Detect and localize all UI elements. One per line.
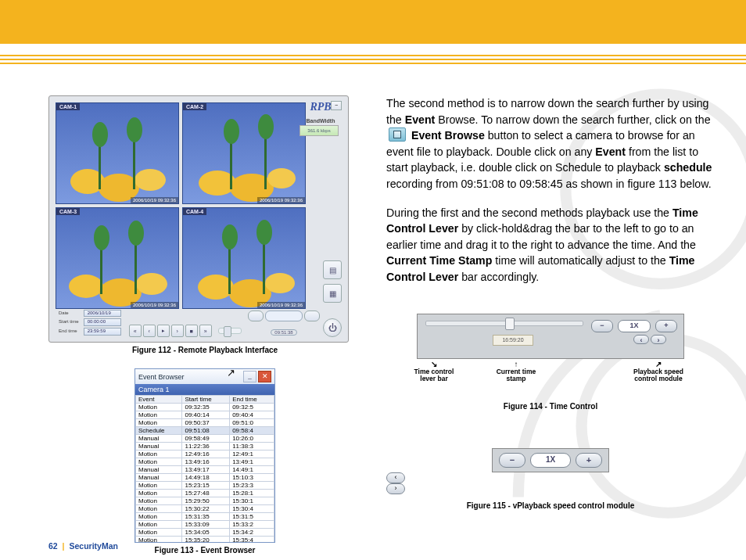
rewind-button[interactable]: « <box>129 325 142 337</box>
svg-point-33 <box>256 220 272 245</box>
table-row[interactable]: Motion15:34:0515:34:2 <box>136 529 274 537</box>
speed-plus[interactable]: + <box>576 453 602 468</box>
table-row[interactable]: Motion13:49:1613:49:1 <box>136 458 274 466</box>
svg-point-5 <box>134 169 166 191</box>
current-time-stamp: 16:59:20 <box>493 335 533 346</box>
speed-minus[interactable]: − <box>591 320 613 332</box>
stop-button[interactable]: ■ <box>185 325 198 337</box>
time-knob[interactable] <box>505 318 515 330</box>
prev-button[interactable]: ‹ <box>143 325 156 337</box>
time-slider[interactable] <box>218 328 242 334</box>
figure-114: 16:59:20 − 1X + ‹› ↘Time control lever b… <box>386 314 715 413</box>
page-footer: 62 | SecurityMan <box>48 541 118 551</box>
table-row[interactable]: Manual09:58:4910:26:0 <box>136 435 274 443</box>
speed-minus[interactable] <box>248 311 264 321</box>
svg-point-32 <box>222 224 238 249</box>
svg-point-17 <box>258 114 274 139</box>
table-row[interactable]: Motion15:31:3515:31:5 <box>136 513 274 521</box>
table-row[interactable]: Motion15:23:1515:23:3 <box>136 482 274 490</box>
time-track[interactable] <box>425 321 583 326</box>
svg-point-13 <box>267 168 296 188</box>
camera-dropdown[interactable]: Camera 1 <box>135 384 274 395</box>
table-row[interactable]: Schedule09:51:0809:58:4 <box>136 427 274 435</box>
svg-point-21 <box>136 273 167 295</box>
speed-plus[interactable] <box>304 311 320 321</box>
frame-prev[interactable]: ‹ <box>633 335 649 344</box>
ffwd-button[interactable]: » <box>199 325 212 337</box>
frame-next[interactable]: › <box>386 483 405 494</box>
figure-115-caption: Figure 115 - vPlayback speed control mod… <box>386 501 715 512</box>
next-button[interactable]: › <box>171 325 184 337</box>
svg-point-8 <box>92 122 108 147</box>
table-row[interactable]: Motion15:30:2215:30:4 <box>136 505 274 513</box>
table-row[interactable]: Manual13:49:1714:49:1 <box>136 466 274 474</box>
speed-plus[interactable]: + <box>655 320 677 332</box>
frame-next[interactable]: › <box>651 335 666 344</box>
table-row[interactable]: Motion15:35:2015:35:4 <box>136 537 274 543</box>
event-browse-button[interactable]: ▤ <box>323 260 342 279</box>
speed-minus[interactable]: − <box>499 453 525 468</box>
table-row[interactable]: Motion09:40:1409:40:4 <box>136 411 274 419</box>
figure-112-panel: CAM-12006/10/19 09:32:36 CAM-22006/10/19… <box>48 95 349 343</box>
minimize-icon[interactable]: _ <box>243 371 256 382</box>
event-browser-window: Event Browser _ ✕ Camera 1 EventStart ti… <box>134 368 275 543</box>
cam-tile: CAM-22006/10/19 09:32:36 <box>182 102 306 204</box>
figure-114-caption: Figure 114 - Time Control <box>386 401 715 413</box>
body-paragraph: The second method is to narrow down the … <box>386 95 715 192</box>
minimize-icon[interactable]: − <box>331 101 342 110</box>
play-button[interactable]: ▸ <box>157 325 170 337</box>
table-row[interactable]: Motion15:33:0915:33:2 <box>136 521 274 529</box>
svg-point-9 <box>127 117 142 142</box>
table-row[interactable]: Motion12:49:1612:49:1 <box>136 451 274 458</box>
window-title: Event Browser <box>138 373 242 381</box>
cam-tile: CAM-32006/10/19 09:32:36 <box>56 207 179 309</box>
cam-tile: CAM-42006/10/19 09:32:36 <box>182 207 306 309</box>
event-table: EventStart timeEnd time Motion09:32:3509… <box>135 395 274 542</box>
speed-readout <box>265 311 303 321</box>
svg-point-29 <box>265 273 295 293</box>
table-row[interactable]: Motion15:27:4815:28:1 <box>136 490 274 497</box>
table-row[interactable]: Motion09:32:3509:32:5 <box>136 404 274 411</box>
cam-tile: CAM-12006/10/19 09:32:36 <box>56 102 179 204</box>
figure-115: − 1X + ‹› Figure 115 - vPlayback speed c… <box>386 448 715 512</box>
date-range: Date2006/10/19Start time00:00:00End time… <box>56 308 124 337</box>
event-browse-icon <box>389 127 406 142</box>
svg-point-24 <box>94 225 109 250</box>
speed-readout: 1X <box>530 453 571 468</box>
body-paragraph: During the first and the second methods … <box>386 205 715 285</box>
power-button[interactable]: ⏻ <box>323 318 342 337</box>
table-row[interactable]: Manual11:22:3611:38:3 <box>136 443 274 451</box>
frame-prev[interactable]: ‹ <box>386 472 405 483</box>
transport-controls: « ‹ ▸ › ■ » <box>129 325 212 337</box>
figure-112-caption: Figure 112 - Remote Playback Interface <box>48 346 361 354</box>
speed-readout: 1X <box>618 320 651 332</box>
table-row[interactable]: Manual14:49:1815:10:3 <box>136 474 274 482</box>
close-icon[interactable]: ✕ <box>258 371 271 382</box>
header-bar <box>0 0 746 44</box>
svg-point-19 <box>69 275 103 298</box>
svg-point-16 <box>224 119 239 144</box>
svg-point-25 <box>128 221 144 246</box>
table-row[interactable]: Motion15:29:5015:30:1 <box>136 497 274 505</box>
table-row[interactable]: Motion09:50:3709:51:0 <box>136 419 274 427</box>
layout-button[interactable]: ▦ <box>323 284 342 303</box>
